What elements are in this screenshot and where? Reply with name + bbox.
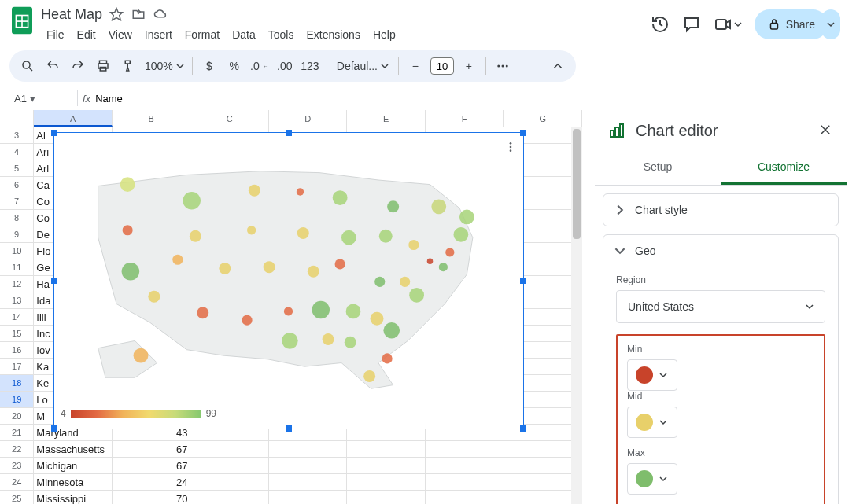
- undo-icon[interactable]: [41, 54, 65, 78]
- cell[interactable]: [269, 458, 348, 474]
- star-icon[interactable]: [109, 6, 124, 22]
- chart-menu-icon[interactable]: [503, 139, 518, 155]
- menu-format[interactable]: Format: [179, 25, 225, 44]
- increase-font-size[interactable]: +: [457, 54, 481, 78]
- close-icon[interactable]: [818, 123, 834, 138]
- cell[interactable]: [269, 441, 348, 458]
- cell[interactable]: [190, 491, 269, 504]
- formula-bar[interactable]: [95, 93, 573, 105]
- row-header[interactable]: 25: [0, 491, 34, 504]
- redo-icon[interactable]: [66, 54, 90, 78]
- vertical-scrollbar[interactable]: [571, 127, 582, 504]
- zoom-dropdown[interactable]: 100%: [142, 60, 187, 72]
- more-formats[interactable]: 123: [298, 54, 322, 78]
- menu-edit[interactable]: Edit: [72, 25, 101, 44]
- menu-extensions[interactable]: Extensions: [301, 25, 365, 44]
- row-header[interactable]: 11: [0, 259, 34, 276]
- row-header[interactable]: 10: [0, 243, 34, 259]
- col-header-G[interactable]: G: [504, 110, 582, 127]
- row-header[interactable]: 23: [0, 458, 34, 474]
- chart-geo-heatmap[interactable]: 4 99: [54, 132, 524, 429]
- sheets-logo[interactable]: [9, 5, 35, 36]
- row-header[interactable]: 19: [0, 392, 34, 408]
- menu-help[interactable]: Help: [367, 25, 401, 44]
- menu-view[interactable]: View: [103, 25, 138, 44]
- min-color-picker[interactable]: [627, 359, 677, 391]
- cell[interactable]: Mississippi: [34, 491, 113, 504]
- row-header[interactable]: 6: [0, 177, 34, 193]
- col-header-C[interactable]: C: [190, 110, 269, 127]
- cell[interactable]: [347, 474, 426, 491]
- decrease-decimal-icon[interactable]: .0 ←: [248, 54, 271, 78]
- row-header[interactable]: 21: [0, 425, 34, 441]
- row-header[interactable]: 16: [0, 342, 34, 359]
- cell[interactable]: Michigan: [34, 458, 113, 474]
- cell[interactable]: [347, 491, 426, 504]
- cell[interactable]: [347, 458, 426, 474]
- cell[interactable]: [347, 441, 426, 458]
- row-header[interactable]: 14: [0, 309, 34, 326]
- cell[interactable]: [426, 441, 504, 458]
- document-title[interactable]: Heat Map: [41, 6, 102, 23]
- row-header[interactable]: 15: [0, 326, 34, 342]
- format-percent[interactable]: %: [223, 54, 246, 78]
- cell[interactable]: [190, 474, 269, 491]
- collapse-toolbar-icon[interactable]: [546, 54, 570, 78]
- cell[interactable]: [426, 491, 504, 504]
- spreadsheet[interactable]: A B C D E F G 3Al4Ari5Arl6Ca7Co8Co9De10F…: [0, 110, 582, 504]
- menu-insert[interactable]: Insert: [139, 25, 178, 44]
- meet-button[interactable]: [714, 15, 742, 34]
- row-header[interactable]: 18: [0, 375, 34, 392]
- row-header[interactable]: 3: [0, 127, 34, 144]
- history-icon[interactable]: [651, 15, 670, 34]
- cell[interactable]: [190, 441, 269, 458]
- name-box[interactable]: A1▾: [9, 89, 72, 108]
- tab-setup[interactable]: Setup: [595, 151, 721, 185]
- row-header[interactable]: 13: [0, 292, 34, 309]
- col-header-E[interactable]: E: [347, 110, 426, 127]
- cell[interactable]: [269, 474, 348, 491]
- row-header[interactable]: 9: [0, 226, 34, 243]
- cell[interactable]: [426, 458, 504, 474]
- row-header[interactable]: 8: [0, 210, 34, 226]
- decrease-font-size[interactable]: −: [404, 54, 427, 78]
- row-header[interactable]: 5: [0, 160, 34, 177]
- menu-data[interactable]: Data: [227, 25, 261, 44]
- cell[interactable]: Massachusetts: [34, 441, 113, 458]
- section-chart-style[interactable]: Chart style: [603, 194, 838, 226]
- cell[interactable]: 24: [113, 474, 191, 491]
- share-button[interactable]: Share: [755, 9, 828, 39]
- cell[interactable]: 67: [113, 441, 191, 458]
- section-geo[interactable]: Geo: [603, 235, 838, 267]
- tab-customize[interactable]: Customize: [721, 151, 847, 185]
- row-header[interactable]: 4: [0, 144, 34, 160]
- move-icon[interactable]: [131, 6, 146, 22]
- max-color-picker[interactable]: [627, 463, 677, 495]
- row-header[interactable]: 24: [0, 474, 34, 491]
- select-all-corner[interactable]: [0, 110, 34, 127]
- increase-decimal-icon[interactable]: .00: [273, 54, 297, 78]
- row-header[interactable]: 17: [0, 359, 34, 375]
- format-currency[interactable]: $: [197, 54, 221, 78]
- mid-color-picker[interactable]: [627, 407, 677, 438]
- menu-tools[interactable]: Tools: [263, 25, 300, 44]
- font-dropdown[interactable]: Defaul...: [332, 60, 393, 72]
- paint-format-icon[interactable]: [116, 54, 140, 78]
- row-header[interactable]: 7: [0, 193, 34, 210]
- cell[interactable]: Minnesota: [34, 474, 113, 491]
- cell[interactable]: [426, 474, 504, 491]
- cell[interactable]: 67: [113, 458, 191, 474]
- row-header[interactable]: 20: [0, 408, 34, 425]
- row-header[interactable]: 12: [0, 276, 34, 292]
- font-size-input[interactable]: [430, 57, 454, 75]
- col-header-B[interactable]: B: [113, 110, 191, 127]
- col-header-F[interactable]: F: [426, 110, 504, 127]
- cell[interactable]: 70: [113, 491, 191, 504]
- toolbar-more-icon[interactable]: [491, 54, 515, 78]
- share-dropdown[interactable]: [821, 9, 840, 39]
- col-header-D[interactable]: D: [269, 110, 348, 127]
- row-header[interactable]: 22: [0, 441, 34, 458]
- menu-file[interactable]: File: [41, 25, 70, 44]
- print-icon[interactable]: [91, 54, 115, 78]
- col-header-A[interactable]: A: [34, 110, 113, 127]
